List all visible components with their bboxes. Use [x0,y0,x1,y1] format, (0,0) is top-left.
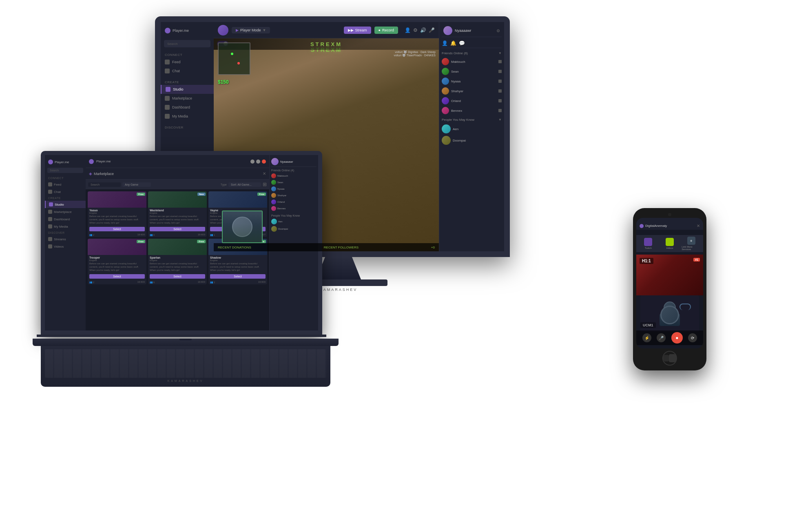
friend-msg-sean[interactable] [498,70,502,73]
sidebar-item-mymedia[interactable]: My Media [161,112,214,121]
marketplace-header-close[interactable]: ✕ [263,171,266,176]
friend-msg-shahyar[interactable] [498,89,502,93]
friend-msg-maktouch[interactable] [498,60,502,63]
monitor-player-mode-button[interactable]: ▶ Player Mode ▼ [232,27,270,33]
marketplace-header-icon: ◈ [89,171,92,176]
friend-item: Bennex [442,106,502,115]
player-webcam [222,211,263,243]
monitor-discover-label: DISCOVER [161,124,214,130]
laptop-videos-label: Videos [54,245,64,248]
laptop-friends-title: Friends Online (4) [271,168,317,173]
game-hud-money: $150 [218,79,229,85]
monitor-right-avatar [443,26,452,35]
game-select-button[interactable]: Select [89,227,145,231]
friend-msg-bennex[interactable] [498,109,502,112]
monitor-people-list: Aen Doompai [442,123,502,146]
monitor-record-button[interactable]: ● Record [374,27,398,34]
phone-close-icon[interactable]: ✕ [697,224,700,228]
game-thumb: Free [208,191,267,208]
close-button[interactable] [262,160,266,164]
sidebar-marketplace-label: Marketplace [172,96,192,100]
laptop-nav-chat[interactable]: Chat [45,188,86,195]
laptop-friends-list: Maktouch Sean Nyaaa Shahyar Orland Benne… [271,173,317,212]
monitor-right-settings-icon[interactable]: ⚙ [496,29,500,33]
volume-icon[interactable]: 🔊 [420,27,426,33]
phone-flip-button[interactable]: ⟳ [688,333,697,342]
laptop-nav-studio[interactable]: Studio [45,201,86,208]
monitor-right-username: Nyaaaawr [455,29,494,33]
friend-msg-orland[interactable] [498,99,502,102]
game-desc: Before we can get started creating beaut… [89,215,145,224]
game-filter-label: Any Game [125,183,138,186]
game-card-footer: 👥 2 19:600 [208,280,267,284]
sidebar-item-chat[interactable]: Chat [161,66,214,75]
people-name-aen: Aen [453,127,458,131]
sidebar-item-marketplace[interactable]: Marketplace [161,94,214,103]
sidebar-item-feed[interactable]: Feed [161,58,214,66]
right-msg-icon[interactable]: 💬 [459,40,465,46]
game-name: Wasteland [150,209,205,212]
phone-service-hitbox[interactable]: Hitbox [660,238,680,249]
laptop-search[interactable]: Search [47,168,83,173]
phone-record-button[interactable]: ● [671,332,683,344]
game-card-footer: 👥 2 19:600 [88,280,146,284]
monitor-friends-list: Maktouch Sean Nyaaa [442,57,502,115]
monitor-people-title: People You May Know ▼ [442,115,502,123]
filter-grid-icon[interactable]: ⊞ [263,182,267,187]
phone-app-topbar: DigitalAnemaly ✕ [636,218,703,230]
game-engine: Engine [150,259,205,262]
game-users: 👥 2 [210,281,215,284]
sidebar-item-studio[interactable]: Studio [161,85,214,94]
laptop-nav-streams[interactable]: Streams [45,235,86,243]
game-select-button[interactable]: Select [210,274,266,279]
game-badge: New [197,193,206,196]
mic-icon[interactable]: 🎤 [429,27,435,33]
sidebar-studio-label: Studio [173,87,184,91]
gear-icon[interactable]: ⚙ [413,27,418,33]
filter-type-select[interactable]: Sort: All Game... [228,182,261,187]
laptop-nav-dashboard[interactable]: Dashboard [45,215,86,223]
people-collapse-icon[interactable]: ▼ [498,118,502,122]
game-select-button[interactable]: Select [150,227,205,231]
dashboard-icon [165,105,170,110]
right-user-icon[interactable]: 👤 [442,40,448,46]
sidebar-item-dashboard[interactable]: Dashboard [161,103,214,112]
laptop-sidebar: Player.me Search CONNECT Feed Chat CREAT [45,155,86,330]
friends-collapse-icon[interactable]: ▼ [498,51,502,55]
laptop-hinge [37,335,326,337]
laptop-people-name: Aen [278,220,283,223]
user-icon[interactable]: 👤 [405,27,411,33]
people-name-doompai: Doompai [453,139,466,142]
game-select-button[interactable]: Select [89,274,145,279]
phone-flash-button[interactable]: ⚡ [642,333,651,342]
phone-service-add[interactable]: + Link More Services [682,237,701,250]
laptop-friend-name: Sean [277,181,283,184]
laptop-discover-label: DISCOVER [45,230,86,235]
laptop-game-filter[interactable]: Any Game [122,182,151,187]
people-item: Aen [442,123,502,135]
friend-msg-nyaaa[interactable] [498,80,502,83]
laptop-people-avatar [271,226,277,232]
people-avatar-doompai [442,136,451,145]
game-card-footer: 👥 2 19:600 [88,233,146,237]
phone-home-button[interactable] [662,351,677,366]
monitor-stream-button[interactable]: ▶▶ Stream [344,27,371,34]
laptop-nav-feed[interactable]: Feed [45,181,86,188]
laptop-nav-mymedia[interactable]: My Media [45,223,86,230]
strexm-label: STREXM [310,41,342,47]
game-select-button[interactable]: Select [150,274,205,279]
laptop-topbar-logo-icon [89,159,94,164]
maximize-button[interactable] [256,160,260,164]
phone-service-twitch[interactable]: Twitch [639,238,658,249]
minimize-button[interactable] [250,160,255,164]
dashboard-icon [48,217,52,221]
monitor-search-input[interactable]: Search [164,40,210,47]
laptop-nav-videos[interactable]: Videos [45,243,86,250]
phone-mic-button[interactable]: 🎤 [657,333,666,342]
laptop-nav-marketplace[interactable]: Marketplace [45,208,86,215]
sidebar-mymedia-label: My Media [172,114,188,118]
laptop-create-section: CREATE Studio Marketplace Dashboard [45,195,86,230]
feed-icon [48,182,52,186]
right-bell-icon[interactable]: 🔔 [450,40,456,46]
laptop-marketplace-search[interactable]: Search [88,182,121,187]
